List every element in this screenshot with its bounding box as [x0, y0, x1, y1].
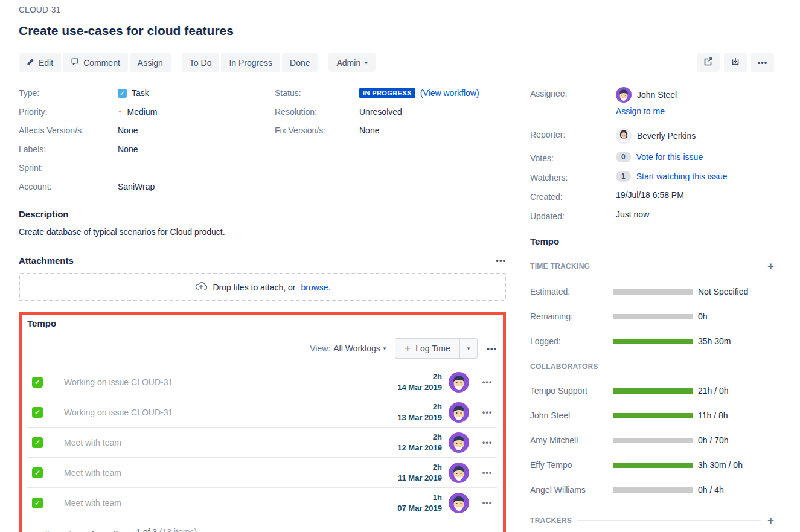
share-icon: [703, 57, 713, 68]
watchers-field: Watchers: 1 Start watching this issue: [530, 171, 774, 182]
avatar[interactable]: [449, 493, 469, 513]
browse-link[interactable]: browse.: [301, 283, 330, 292]
approved-checkbox-icon[interactable]: ✓: [32, 377, 43, 388]
collaborator-row: Amy Mitchell 0h / 70h: [530, 435, 774, 445]
issue-toolbar: Edit Comment Assign To Do In Progress Do…: [19, 53, 774, 72]
collaborator-hours: 21h / 0h: [698, 386, 729, 396]
worklog-date: 07 Mar 2019: [397, 503, 442, 514]
view-workflow-link[interactable]: (View workflow): [420, 88, 479, 98]
time-tracking-row: Remaining: 0h: [530, 312, 774, 321]
resolution-value: Unresolved: [359, 107, 402, 117]
resolution-label: Resolution:: [275, 107, 359, 117]
collaborators-heading: COLLABORATORS: [530, 362, 598, 371]
watch-link[interactable]: Start watching this issue: [636, 171, 728, 181]
previous-page-button[interactable]: ‹: [59, 527, 82, 532]
assign-to-me-link[interactable]: Assign to me: [616, 106, 665, 116]
admin-button-group: Admin ▾: [328, 53, 375, 72]
status-label: Status:: [275, 88, 359, 98]
jira-issue-page: CLOUD-31 Create use-cases for cloud feat…: [0, 0, 800, 532]
in-progress-transition-button[interactable]: In Progress: [221, 53, 280, 72]
comment-button-label: Comment: [83, 58, 120, 68]
field-labels: Labels: None: [19, 143, 275, 155]
done-transition-button[interactable]: Done: [282, 53, 318, 72]
action-button-group: Edit Comment Assign: [19, 53, 171, 72]
approved-checkbox-icon[interactable]: ✓: [32, 437, 43, 448]
field-priority: Priority: ↑ Medium: [19, 106, 275, 118]
reporter-avatar[interactable]: [616, 128, 632, 144]
main-column: Type: ✓ Task Priority: ↑ Medium: [19, 87, 506, 532]
reporter-name[interactable]: Beverly Perkins: [637, 131, 696, 141]
comment-button[interactable]: Comment: [63, 53, 128, 72]
more-actions-button[interactable]: •••: [751, 53, 774, 72]
plus-icon: +: [405, 342, 411, 354]
view-worklogs-dropdown[interactable]: View: All Worklogs ▾: [310, 344, 386, 353]
approved-checkbox-icon[interactable]: ✓: [32, 498, 43, 508]
chevron-down-icon: ▾: [383, 345, 386, 351]
attachments-more-button[interactable]: •••: [496, 256, 506, 265]
progress-bar: [613, 413, 693, 418]
vote-link[interactable]: Vote for this issue: [636, 152, 703, 162]
worklog-more-button[interactable]: •••: [479, 468, 496, 477]
worklog-duration: 2h: [398, 462, 442, 473]
collaborator-row: Effy Tempo 3h 30m / 0h: [530, 460, 774, 470]
labels-value: None: [118, 144, 138, 154]
log-time-button[interactable]: + Log Time: [395, 339, 459, 358]
section-divider: [595, 266, 761, 266]
worklog-date: 12 Mar 2019: [397, 443, 442, 453]
worklog-description: Meet with team: [64, 438, 121, 447]
avatar[interactable]: [449, 463, 469, 483]
edit-button[interactable]: Edit: [19, 53, 61, 72]
first-page-button[interactable]: «: [36, 527, 59, 532]
last-page-button[interactable]: »: [104, 527, 127, 532]
view-label: View:: [310, 344, 330, 353]
worklog-duration: 2h: [397, 402, 442, 412]
avatar[interactable]: [449, 432, 469, 453]
page-title: Create use-cases for cloud features: [19, 24, 774, 38]
todo-transition-button[interactable]: To Do: [182, 53, 220, 72]
worklog-more-button[interactable]: •••: [479, 438, 496, 447]
worklog-date: 14 Mar 2019: [397, 382, 442, 393]
assign-button[interactable]: Assign: [130, 53, 171, 72]
assignee-avatar[interactable]: [616, 87, 632, 103]
export-button[interactable]: [724, 53, 747, 72]
export-download-icon: [731, 57, 740, 68]
worklog-duration: 2h: [397, 432, 442, 443]
task-type-icon: ✓: [118, 89, 127, 98]
assignee-name[interactable]: John Steel: [637, 90, 677, 100]
share-button[interactable]: [697, 53, 720, 72]
collaborator-name: Effy Tempo: [530, 460, 613, 470]
collaborator-hours: 0h / 4h: [698, 485, 724, 495]
details-right-group: Status: IN PROGRESS (View workflow) Reso…: [275, 87, 506, 199]
tempo-panel-more-button[interactable]: •••: [487, 344, 497, 353]
approved-checkbox-icon[interactable]: ✓: [32, 407, 43, 418]
avatar[interactable]: [449, 372, 469, 393]
add-tracker-button[interactable]: +: [767, 514, 774, 526]
done-button-label: Done: [290, 58, 310, 68]
comment-bubble-icon: [71, 57, 79, 68]
watchers-label: Watchers:: [530, 171, 616, 182]
type-value: Task: [132, 88, 149, 98]
worklog-more-button[interactable]: •••: [479, 377, 496, 386]
updated-label: Updated:: [530, 210, 616, 221]
collaborator-name: Angel Williams: [530, 485, 613, 495]
created-value: 19/Jul/18 6:58 PM: [616, 190, 684, 200]
log-time-dropdown-button[interactable]: ▾: [459, 339, 478, 358]
admin-menu-button[interactable]: Admin ▾: [328, 53, 375, 72]
worklog-more-button[interactable]: •••: [479, 498, 496, 507]
next-page-button[interactable]: ›: [82, 527, 104, 532]
avatar[interactable]: [449, 402, 469, 423]
add-time-tracking-button[interactable]: +: [767, 260, 774, 272]
collaborator-row: Angel Williams 0h / 4h: [530, 485, 774, 495]
details-left-group: Type: ✓ Task Priority: ↑ Medium: [19, 87, 275, 199]
attachments-heading: Attachments: [19, 255, 74, 266]
admin-button-label: Admin: [336, 58, 360, 68]
worklog-more-button[interactable]: •••: [479, 408, 496, 417]
tempo-worklog-panel-highlight: Tempo View: All Worklogs ▾ + Log Time ▾: [19, 312, 506, 532]
labels-label: Labels:: [19, 144, 118, 154]
progress-bar: [613, 438, 693, 443]
type-label: Type:: [19, 88, 118, 98]
approved-checkbox-icon[interactable]: ✓: [32, 467, 43, 478]
breadcrumb[interactable]: CLOUD-31: [19, 5, 774, 14]
attachment-dropzone[interactable]: Drop files to attach, or browse.: [19, 273, 506, 301]
log-time-split-button: + Log Time ▾: [395, 338, 478, 359]
